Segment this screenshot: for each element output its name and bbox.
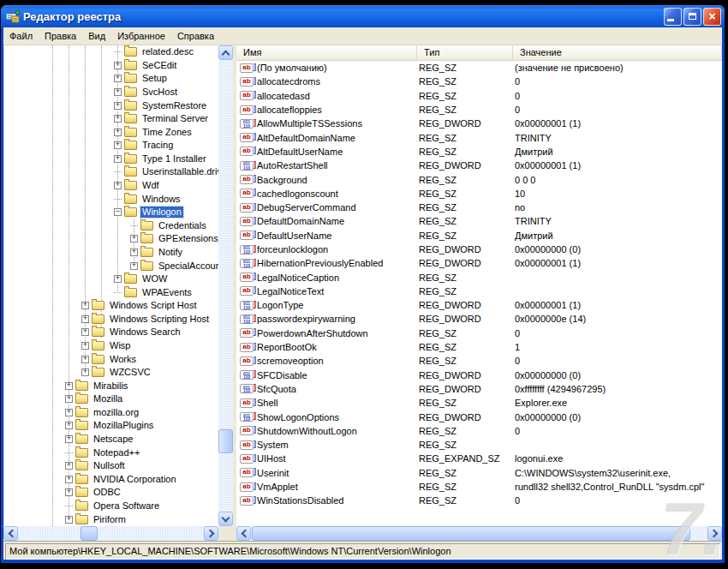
expand-toggle[interactable]: + — [65, 516, 73, 524]
value-row-allocatefloppies[interactable]: allocatefloppiesREG_SZ0 — [236, 103, 722, 117]
tree-item-mirabilis[interactable]: +Mirabilis — [4, 379, 218, 392]
column-header-type[interactable]: Тип — [417, 45, 513, 60]
scroll-down-button[interactable] — [218, 512, 233, 526]
value-row-allocatecdroms[interactable]: allocatecdromsREG_SZ0 — [236, 75, 722, 88]
expand-toggle[interactable]: + — [65, 409, 73, 416]
value-row-shell[interactable]: ShellREG_SZExplorer.exe — [236, 396, 722, 410]
scroll-left-button[interactable] — [236, 526, 251, 541]
maximize-button[interactable] — [683, 8, 701, 26]
minimize-button[interactable] — [664, 8, 682, 26]
expand-toggle[interactable]: + — [114, 129, 122, 136]
tree-item-specialaccounts[interactable]: +SpecialAccounts — [4, 259, 218, 273]
value-row-sfcquota[interactable]: SfcQuotaREG_DWORD0xffffffff (4294967295) — [236, 382, 722, 396]
tree-item-notify[interactable]: +Notify — [4, 246, 218, 260]
tree-item-netscape[interactable]: +Netscape — [4, 433, 218, 446]
tree-item-tracing[interactable]: +Tracing — [4, 139, 218, 153]
menu-item-правка[interactable]: Правка — [39, 28, 82, 45]
close-button[interactable]: × — [703, 8, 721, 26]
expand-toggle[interactable]: + — [114, 275, 122, 283]
expand-toggle[interactable]: + — [114, 155, 122, 163]
value-row-background[interactable]: BackgroundREG_SZ0 0 0 — [236, 172, 722, 186]
value-row-legalnoticecaption[interactable]: LegalNoticeCaptionREG_SZ — [236, 270, 722, 284]
tree-item-mozillaplugins[interactable]: +MozillaPlugins — [4, 419, 218, 433]
horizontal-scroll-thumb[interactable] — [81, 526, 98, 541]
expand-toggle[interactable]: + — [114, 115, 122, 123]
expand-toggle[interactable]: + — [114, 141, 122, 149]
expand-toggle[interactable]: + — [65, 395, 73, 403]
tree-item-windows-script-host[interactable]: +Windows Script Host — [4, 299, 218, 313]
value-row-winstationsdisabled[interactable]: WinStationsDisabledREG_SZ0 — [236, 494, 722, 507]
tree-item-odbc[interactable]: +ODBC — [4, 486, 218, 500]
tree-item-setup[interactable]: +Setup — [4, 72, 218, 86]
list-horizontal-scrollbar[interactable] — [236, 526, 722, 541]
scroll-right-button[interactable] — [204, 526, 218, 541]
tree-item-related-desc[interactable]: related.desc — [4, 45, 218, 59]
tree-item-wow[interactable]: +WOW — [4, 273, 218, 286]
value-row-uihost[interactable]: UIHostREG_EXPAND_SZlogonui.exe — [236, 452, 722, 465]
tree-item-secedit[interactable]: +SeCEdit — [4, 59, 218, 73]
scroll-up-button[interactable] — [218, 45, 233, 60]
tree-item-userinstallable-drive[interactable]: Userinstallable.drive — [4, 165, 218, 179]
expand-toggle[interactable]: + — [114, 102, 122, 110]
expand-toggle[interactable]: + — [65, 382, 73, 390]
tree-horizontal-scrollbar[interactable] — [3, 526, 218, 541]
menu-item-справка[interactable]: Справка — [171, 28, 220, 45]
tree-item-gpextensions[interactable]: +GPExtensions — [4, 232, 218, 246]
tree-item-systemrestore[interactable]: +SystemRestore — [4, 99, 218, 112]
expand-toggle[interactable]: + — [65, 488, 73, 496]
value-row-defaultdomainname[interactable]: DefaultDomainNameREG_SZTRINITY — [236, 214, 722, 228]
column-header-name[interactable]: Имя — [236, 45, 417, 60]
value-row-legalnoticetext[interactable]: LegalNoticeTextREG_SZ — [236, 284, 722, 298]
value-row-altdefaultusername[interactable]: AltDefaultUserNameREG_SZДмитрий — [236, 145, 722, 159]
horizontal-scroll-thumb[interactable] — [252, 526, 690, 541]
value-row-shutdownwithoutlogon[interactable]: ShutdownWithoutLogonREG_SZ0 — [236, 424, 722, 438]
value-row-allocatedasd[interactable]: allocatedasdREG_SZ0 — [236, 89, 722, 103]
tree-vertical-scrollbar[interactable] — [218, 45, 233, 526]
title-bar[interactable]: Редактор реестра × — [1, 5, 725, 27]
tree-item-terminal-server[interactable]: +Terminal Server — [4, 112, 218, 126]
menu-item-избранное[interactable]: Избранное — [111, 28, 171, 45]
value-row-reportbootok[interactable]: ReportBootOkREG_SZ1 — [236, 340, 722, 354]
value-row-powerdownaftershutdown[interactable]: PowerdownAfterShutdownREG_SZ0 — [236, 326, 722, 340]
value-row-по-умолчанию[interactable]: (По умолчанию)REG_SZ(значение не присвое… — [236, 61, 722, 75]
expand-toggle[interactable]: + — [65, 462, 73, 470]
value-row-defaultusername[interactable]: DefaultUserNameREG_SZДмитрий — [236, 229, 722, 243]
scroll-right-button[interactable] — [707, 526, 722, 541]
value-row-userinit[interactable]: UserinitREG_SZC:\WINDOWS\system32\userin… — [236, 466, 722, 480]
value-row-passwordexpirywarning[interactable]: passwordexpirywarningREG_DWORD0x0000000e… — [236, 312, 722, 326]
expand-toggle[interactable]: + — [81, 368, 89, 376]
expand-toggle[interactable]: + — [114, 88, 122, 96]
tree-item-time-zones[interactable]: +Time Zones — [4, 125, 218, 139]
tree-item-piriform[interactable]: +Piriform — [4, 512, 218, 526]
collapse-toggle[interactable]: − — [114, 208, 122, 216]
value-row-hibernationpreviouslyenabled[interactable]: HibernationPreviouslyEnabledREG_DWORD0x0… — [236, 256, 722, 270]
expand-toggle[interactable]: + — [81, 356, 89, 363]
tree-item-works[interactable]: +Works — [4, 352, 218, 366]
expand-toggle[interactable]: + — [81, 328, 89, 336]
value-row-sfcdisable[interactable]: SFCDisableREG_DWORD0x00000000 (0) — [236, 368, 722, 382]
expand-toggle[interactable]: + — [114, 62, 122, 69]
value-row-cachedlogonscount[interactable]: cachedlogonscountREG_SZ10 — [236, 187, 722, 201]
tree-item-mozilla[interactable]: +Mozilla — [4, 392, 218, 406]
expand-toggle[interactable]: + — [130, 249, 138, 256]
menu-item-вид[interactable]: Вид — [82, 28, 111, 45]
column-header-value[interactable]: Значение — [513, 45, 722, 60]
value-row-system[interactable]: SystemREG_SZ — [236, 438, 722, 452]
expand-toggle[interactable]: + — [130, 235, 138, 243]
tree-item-notepad[interactable]: Notepad++ — [4, 446, 218, 459]
tree-item-windows[interactable]: Windows — [4, 192, 218, 206]
expand-toggle[interactable]: + — [65, 435, 73, 443]
value-row-scremoveoption[interactable]: scremoveoptionREG_SZ0 — [236, 354, 722, 368]
tree-item-wisp[interactable]: +Wisp — [4, 339, 218, 353]
tree-item-nullsoft[interactable]: +Nullsoft — [4, 459, 218, 473]
tree-item-windows-search[interactable]: +Windows Search — [4, 326, 218, 339]
tree-item-wpaevents[interactable]: WPAEvents — [4, 285, 218, 299]
expand-toggle[interactable]: + — [114, 75, 122, 82]
tree-item-nvidia-corporation[interactable]: +NVIDIA Corporation — [4, 473, 218, 487]
vertical-scroll-thumb[interactable] — [218, 429, 233, 453]
value-row-autorestartshell[interactable]: AutoRestartShellREG_DWORD0x00000001 (1) — [236, 159, 722, 172]
value-row-logontype[interactable]: LogonTypeREG_DWORD0x00000001 (1) — [236, 298, 722, 312]
tree-item-wzcsvc[interactable]: +WZCSVC — [4, 366, 218, 380]
menu-item-файл[interactable]: Файл — [3, 28, 39, 45]
expand-toggle[interactable]: + — [114, 182, 122, 189]
